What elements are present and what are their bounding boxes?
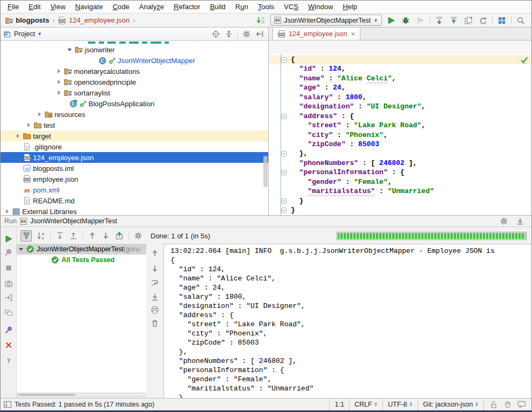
- filter-passed-toggle[interactable]: [21, 230, 32, 242]
- rerun-failed-tests-button[interactable]: [4, 248, 13, 257]
- tree-row-label: BlogPostsApplication: [88, 100, 154, 108]
- git-branch-select[interactable]: Git: jackson-json⇕: [418, 399, 483, 410]
- tree-row-monetarycalculations[interactable]: monetarycalculations: [1, 66, 268, 77]
- help-button[interactable]: ?: [4, 356, 13, 365]
- line-separator-select[interactable]: CRLF⇕: [349, 399, 383, 410]
- expand-all-button[interactable]: [56, 231, 64, 240]
- test-settings-gear[interactable]: [134, 231, 142, 240]
- close-icon[interactable]: ×: [351, 31, 355, 37]
- console-layout-button[interactable]: [4, 308, 13, 317]
- menu-window[interactable]: Window: [303, 1, 338, 13]
- window-grid-button[interactable]: [496, 15, 507, 26]
- down-stacktrace-button[interactable]: [151, 264, 159, 273]
- menu-navigate[interactable]: Navigate: [70, 1, 107, 13]
- event-log-bubble-icon[interactable]: [517, 400, 526, 409]
- ide-window: FileEditViewNavigateCodeAnalyzeRefactorB…: [0, 0, 532, 412]
- locate-file-button[interactable]: [212, 30, 220, 38]
- menu-refactor[interactable]: Refactor: [169, 1, 205, 13]
- tree-row-test[interactable]: test: [1, 120, 268, 131]
- soft-wrap-toggle[interactable]: [151, 278, 159, 287]
- menu-code[interactable]: Code: [108, 1, 134, 13]
- tree-row-readme-md[interactable]: README.md: [1, 195, 268, 206]
- menu-view[interactable]: View: [45, 1, 70, 13]
- editor-tab[interactable]: JSON 124_employee.json ×: [272, 27, 360, 40]
- rerun-tests-button[interactable]: [4, 235, 13, 243]
- binary-download-icon[interactable]: 011001: [256, 15, 267, 26]
- search-button[interactable]: [515, 15, 526, 26]
- tree-row-employee-json[interactable]: JSONemployee.json: [1, 174, 268, 184]
- hide-project-panel-button[interactable]: [255, 30, 264, 38]
- thread-dump-button[interactable]: [4, 279, 13, 288]
- breadcrumb-item[interactable]: JSON124_employee.json: [58, 16, 129, 25]
- menu-file[interactable]: File: [3, 1, 24, 13]
- coverage-button[interactable]: [415, 15, 426, 26]
- rollback-button[interactable]: [478, 15, 488, 26]
- tree-row-pom-xml[interactable]: mpom.xml: [1, 184, 268, 195]
- readonly-lock-icon[interactable]: [489, 400, 498, 409]
- collapse-all-button[interactable]: [224, 30, 233, 38]
- caret-position[interactable]: 1:1: [329, 399, 349, 410]
- menu-run[interactable]: Run: [230, 1, 253, 13]
- fold-marker-icon[interactable]: [281, 208, 287, 213]
- project-settings-gear[interactable]: [242, 30, 251, 38]
- menu-analyze[interactable]: Analyze: [134, 1, 169, 13]
- menu-build[interactable]: Build: [205, 1, 230, 13]
- previous-occurrence-button[interactable]: [88, 231, 97, 240]
- collapse-all-tests-button[interactable]: [69, 231, 78, 240]
- tree-row-jsonwriterobjectmapper[interactable]: CJsonWriterObjectMapper: [1, 55, 268, 66]
- run-panel-header[interactable]: Run JsonWriterObjectMapperTest: [1, 216, 531, 227]
- tree-row-gitignore[interactable]: .gitignore: [1, 141, 268, 152]
- inspection-profile-icon[interactable]: [503, 400, 512, 409]
- tree-row-jsonwriter[interactable]: jsonwriter: [1, 44, 268, 55]
- class-run-icon: C: [69, 99, 78, 108]
- export-test-results-button[interactable]: [115, 231, 124, 240]
- run-settings-gear[interactable]: [500, 217, 508, 225]
- tree-row-external-libraries[interactable]: External Libraries: [1, 206, 268, 215]
- menu-vcs[interactable]: VCS: [279, 1, 303, 13]
- tree-row-blogpostsapplication[interactable]: CBlogPostsApplication: [1, 98, 268, 109]
- menu-tools[interactable]: Tools: [253, 1, 279, 13]
- hide-panel-button[interactable]: [516, 217, 524, 225]
- tree-row-target[interactable]: target: [1, 131, 268, 141]
- next-occurrence-button[interactable]: [101, 231, 110, 240]
- vcs-update-button[interactable]: VCS: [434, 15, 445, 26]
- up-stacktrace-button[interactable]: [151, 249, 159, 258]
- fold-marker-icon[interactable]: [281, 170, 287, 175]
- tree-row-openclosedprinciple[interactable]: openclosedprinciple: [1, 77, 268, 87]
- test-passed-icon: [50, 256, 59, 264]
- test-tree-root-row[interactable]: JsonWriterObjectMapperTest (guru.: [17, 244, 146, 255]
- sort-alphabetically-button[interactable]: az: [37, 231, 45, 240]
- exit-button[interactable]: [4, 293, 13, 302]
- fold-marker-icon[interactable]: [281, 114, 287, 119]
- run-config-select[interactable]: JsonWriterObjectMapperTest ▼: [270, 15, 382, 26]
- code-editor[interactable]: { "id" : 124, "name" : "Alice Celci", "a…: [269, 54, 531, 215]
- project-panel-header[interactable]: Project ▼: [1, 28, 268, 41]
- tree-row-124-employee-json[interactable]: JSON124_employee.json: [1, 152, 268, 163]
- stop-button[interactable]: [4, 264, 13, 272]
- tree-row-blogposts-iml[interactable]: IJblogposts.iml: [1, 163, 268, 174]
- diff-button[interactable]: [463, 15, 474, 26]
- fold-marker-icon[interactable]: [281, 57, 287, 63]
- breadcrumb-item[interactable]: blogposts: [5, 16, 49, 25]
- clear-console-button[interactable]: [151, 319, 159, 327]
- test-tree-result-row[interactable]: All Tests Passed: [17, 255, 146, 265]
- fold-marker-icon[interactable]: [281, 151, 287, 156]
- tree-row-resources[interactable]: resources: [1, 109, 268, 120]
- vcs-commit-button[interactable]: VCS: [448, 15, 459, 26]
- print-button[interactable]: [151, 306, 159, 314]
- chevron-down-icon[interactable]: [17, 245, 25, 253]
- run-button[interactable]: [386, 15, 397, 26]
- encoding-select[interactable]: UTF-8⇕: [383, 399, 418, 410]
- pin-tab-button[interactable]: [4, 326, 13, 334]
- project-scrollbar[interactable]: [263, 156, 268, 187]
- close-button[interactable]: [4, 341, 13, 349]
- test-tree-hscrollbar[interactable]: [17, 393, 145, 397]
- fold-marker-icon[interactable]: [281, 198, 287, 204]
- debug-button[interactable]: [400, 15, 411, 26]
- toolwindow-toggle-icon[interactable]: [1, 400, 15, 409]
- menu-edit[interactable]: Edit: [24, 1, 45, 13]
- menu-help[interactable]: Help: [338, 1, 362, 13]
- scroll-to-end-button[interactable]: [151, 293, 159, 301]
- test-console[interactable]: 13:02:22.064 [main] INFO g.s.b.j.j.JsonW…: [163, 244, 531, 398]
- tree-row-sortarraylist[interactable]: sortarraylist: [1, 87, 268, 98]
